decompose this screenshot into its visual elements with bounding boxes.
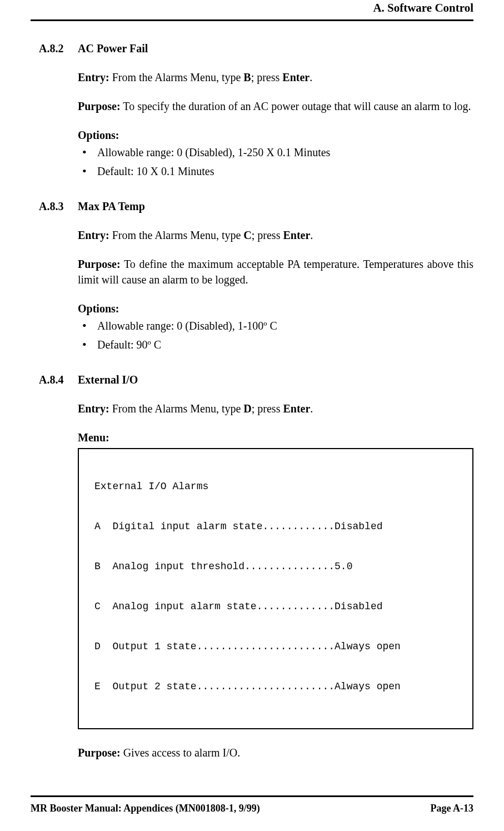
- purpose-line: Purpose: To define the maximum acceptabl…: [78, 256, 473, 287]
- entry-text: From the Alarms Menu, type: [109, 71, 244, 83]
- entry-line: Entry: From the Alarms Menu, type D; pre…: [78, 401, 473, 416]
- purpose-text: Gives access to alarm I/O.: [121, 747, 240, 759]
- section-a82: A.8.2 AC Power Fail Entry: From the Alar…: [39, 41, 473, 179]
- menu-label: Menu:: [78, 430, 473, 445]
- list-item: Default: 90º C: [78, 337, 473, 352]
- entry-label: Entry:: [78, 71, 109, 83]
- options-label: Options:: [78, 301, 473, 316]
- entry-text: From the Alarms Menu, type: [109, 402, 244, 415]
- options-list: Allowable range: 0 (Disabled), 1-250 X 0…: [78, 145, 473, 179]
- options-list: Allowable range: 0 (Disabled), 1-100º C …: [78, 318, 473, 352]
- entry-text: .: [310, 71, 312, 83]
- purpose-text: To define the maximum acceptable PA temp…: [78, 258, 473, 286]
- list-item: Allowable range: 0 (Disabled), 1-250 X 0…: [78, 145, 473, 160]
- purpose-label: Purpose:: [78, 747, 121, 759]
- entry-key: D: [243, 402, 251, 415]
- entry-text: ; press: [252, 229, 283, 241]
- list-item: Default: 10 X 0.1 Minutes: [78, 163, 473, 179]
- section-title: AC Power Fail: [78, 41, 148, 56]
- purpose-line: Purpose: Gives access to alarm I/O.: [78, 745, 473, 760]
- menu-item: B Analog input threshold...............5…: [94, 561, 457, 571]
- section-title: Max PA Temp: [78, 198, 145, 214]
- section-number: A.8.2: [39, 41, 78, 56]
- section-title: External I/O: [78, 372, 138, 387]
- purpose-label: Purpose:: [78, 100, 121, 112]
- section-number: A.8.3: [39, 198, 78, 214]
- entry-key: B: [243, 71, 251, 83]
- entry-label: Entry:: [78, 402, 109, 415]
- purpose-label: Purpose:: [78, 258, 121, 270]
- page-footer: MR Booster Manual: Appendices (MN001808-…: [31, 795, 473, 831]
- entry-text: ; press: [251, 71, 283, 83]
- section-a84: A.8.4 External I/O Entry: From the Alarm…: [39, 372, 473, 760]
- menu-item: C Analog input alarm state.............D…: [94, 601, 457, 611]
- section-a83: A.8.3 Max PA Temp Entry: From the Alarms…: [39, 198, 473, 352]
- entry-label: Entry:: [78, 229, 109, 241]
- entry-text: .: [310, 229, 313, 241]
- footer-left: MR Booster Manual: Appendices (MN001808-…: [31, 802, 260, 815]
- page-content: A.8.2 AC Power Fail Entry: From the Alar…: [31, 41, 473, 795]
- menu-box: External I/O Alarms A Digital input alar…: [78, 448, 473, 729]
- entry-text: From the Alarms Menu, type: [109, 229, 244, 241]
- purpose-line: Purpose: To specify the duration of an A…: [78, 98, 473, 114]
- purpose-text: To specify the duration of an AC power o…: [121, 100, 471, 112]
- menu-title: External I/O Alarms: [94, 481, 457, 491]
- footer-right: Page A-13: [431, 802, 473, 815]
- options-label: Options:: [78, 127, 473, 143]
- entry-action: Enter: [283, 229, 310, 241]
- page-header: A. Software Control: [31, 0, 473, 21]
- entry-line: Entry: From the Alarms Menu, type C; pre…: [78, 227, 473, 243]
- entry-action: Enter: [282, 71, 310, 83]
- entry-action: Enter: [283, 402, 310, 415]
- entry-key: C: [243, 229, 251, 241]
- menu-item: E Output 2 state.......................A…: [94, 681, 457, 691]
- menu-item: D Output 1 state.......................A…: [94, 641, 457, 651]
- list-item: Allowable range: 0 (Disabled), 1-100º C: [78, 318, 473, 334]
- menu-item: A Digital input alarm state............D…: [94, 521, 457, 531]
- entry-text: .: [310, 402, 313, 415]
- section-number: A.8.4: [39, 372, 78, 387]
- entry-line: Entry: From the Alarms Menu, type B; pre…: [78, 69, 473, 85]
- entry-text: ; press: [252, 402, 283, 415]
- header-title: A. Software Control: [373, 1, 473, 14]
